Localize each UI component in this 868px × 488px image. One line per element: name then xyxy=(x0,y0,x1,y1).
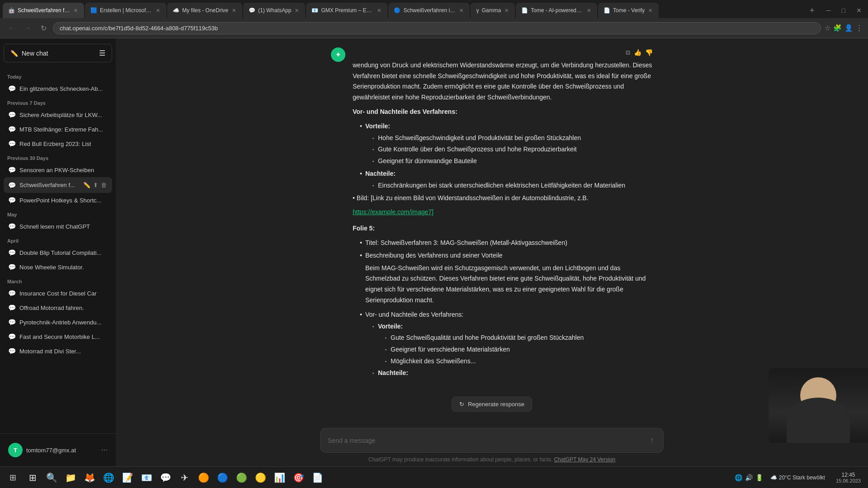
tab-label-t9: Tome - Verify xyxy=(613,7,645,14)
address-bar[interactable] xyxy=(53,22,821,34)
sidebar-item[interactable]: 💬 Sichere Arbeitsplätze für LKW... xyxy=(4,108,112,122)
copy-icon[interactable]: ⧉ xyxy=(626,47,630,58)
taskbar-icon-outlook[interactable]: 📧 xyxy=(137,469,156,487)
delete-icon[interactable]: 🗑 xyxy=(100,181,108,189)
taskbar-icon-app3[interactable]: 🟢 xyxy=(232,469,250,487)
tab-close-t5[interactable]: ✕ xyxy=(376,7,382,14)
share-icon[interactable]: ⬆ xyxy=(92,181,99,189)
volume-icon[interactable]: 🔊 xyxy=(745,474,753,481)
back-button[interactable]: ← xyxy=(5,22,18,34)
taskbar-icon-app5[interactable]: 🎯 xyxy=(289,469,307,487)
thumbs-up-icon[interactable]: 👍 xyxy=(634,47,642,58)
network-icon[interactable]: 🌐 xyxy=(735,474,742,481)
video-person xyxy=(769,368,868,443)
clock[interactable]: 12:45 15.06.2023 xyxy=(832,472,864,483)
minimize-button[interactable]: ─ xyxy=(823,5,835,16)
taskbar-icon-chrome[interactable]: 🌐 xyxy=(99,469,118,487)
sidebar-item[interactable]: 💬 Fast and Secure Motorbike L... xyxy=(4,329,112,344)
taskbar-icon-teams[interactable]: 💬 xyxy=(156,469,175,487)
forward-button[interactable]: → xyxy=(22,22,34,34)
tab-t2[interactable]: 🟦 Erstellen | Microsoft 3... ✕ xyxy=(85,3,166,18)
bookmark-icon[interactable]: ☆ xyxy=(825,24,830,32)
input-box: ↑ xyxy=(320,428,664,453)
sidebar-item[interactable]: 💬 Red Bull Erzberg 2023: List xyxy=(4,136,112,151)
folie5-nachteile-label-item: Nachteile: xyxy=(373,368,653,379)
taskbar-icon-word2[interactable]: 📄 xyxy=(308,469,326,487)
taskbar-icon-file-explorer[interactable]: 📁 xyxy=(61,469,80,487)
send-button[interactable]: ↑ xyxy=(648,434,656,447)
taskbar-icon-search[interactable]: 🔍 xyxy=(42,469,61,487)
sidebar-item[interactable]: 💬 MTB Steilhänge: Extreme Fah... xyxy=(4,122,112,136)
bild-text: • Bild: [Link zu einem Bild von Widersta… xyxy=(353,193,653,204)
sidebar-item[interactable]: 💬 PowerPoint Hotkeys & Shortc... xyxy=(4,193,112,207)
sidebar-item[interactable]: 💬 Insurance Cost for Diesel Car xyxy=(4,286,112,300)
reload-button[interactable]: ↻ xyxy=(38,22,49,34)
sidebar-item[interactable]: 💬 Ein glitzerndes Schnecken-Ab... xyxy=(4,81,112,96)
tab-close-t7[interactable]: ✕ xyxy=(504,7,509,14)
sidebar-item[interactable]: 💬 Offroad Motorrad fahren. xyxy=(4,300,112,315)
tab-t4[interactable]: 💬 (1) WhatsApp ✕ xyxy=(243,3,305,18)
taskbar-icon-windows-start[interactable]: ⊞ xyxy=(24,469,42,487)
new-chat-button[interactable]: ✏️ New chat ☰ xyxy=(4,44,112,62)
tab-close-t1[interactable]: ✕ xyxy=(73,7,79,14)
taskbar-icon-app4[interactable]: 🟡 xyxy=(251,469,269,487)
tab-close-t3[interactable]: ✕ xyxy=(231,7,237,14)
sidebar-item[interactable]: 💬 Schweißverfahren f... ✏️ ⬆ 🗑 xyxy=(4,177,112,193)
tab-t8[interactable]: 📄 Tome - AI-powered s... ✕ xyxy=(516,3,597,18)
taskbar-icon-app1[interactable]: 🟠 xyxy=(194,469,212,487)
excel-icon: 📊 xyxy=(274,472,285,483)
tab-t7[interactable]: γ Gamma ✕ xyxy=(471,3,515,18)
chat-messages[interactable]: ✦ ⧉ 👍 👎 wendung von Druck und elektrisch… xyxy=(116,38,868,422)
regenerate-label: Regenerate response xyxy=(468,401,524,408)
sidebar-item[interactable]: 💬 Motorrad mit Divi Ster... xyxy=(4,344,112,358)
tab-close-t4[interactable]: ✕ xyxy=(294,7,300,14)
taskbar-icons: ⊞🔍📁🦊🌐📝📧💬✈🟠🔵🟢🟡📊🎯📄 xyxy=(24,469,733,487)
start-button[interactable]: ⊞ xyxy=(4,469,22,487)
tab-close-t9[interactable]: ✕ xyxy=(647,7,653,14)
tab-t1[interactable]: 🤖 Schweißverfahren fü... ✕ xyxy=(3,3,84,18)
user-menu-icon[interactable]: ⋯ xyxy=(101,446,108,454)
user-email: tomtom77@gmx.at xyxy=(26,447,98,454)
user-row[interactable]: T tomtom77@gmx.at ⋯ xyxy=(4,439,112,461)
windows-start-icon: ⊞ xyxy=(29,472,37,483)
tab-t5[interactable]: 📧 GMX Premium – E-M... ✕ xyxy=(306,3,387,18)
taskbar-icon-excel[interactable]: 📊 xyxy=(270,469,288,487)
maximize-button[interactable]: □ xyxy=(838,5,849,16)
tab-close-t6[interactable]: ✕ xyxy=(458,7,464,14)
profile-icon[interactable]: 👤 xyxy=(844,24,853,32)
tab-close-t8[interactable]: ✕ xyxy=(586,7,592,14)
sidebar-toggle-icon[interactable]: ☰ xyxy=(99,49,105,57)
taskbar-icon-word[interactable]: 📝 xyxy=(118,469,137,487)
sidebar-item-text: Red Bull Erzberg 2023: List xyxy=(19,141,108,147)
edit-icon[interactable]: ✏️ xyxy=(82,181,91,189)
taskbar-icon-app2[interactable]: 🔵 xyxy=(213,469,231,487)
weather-widget[interactable]: ☁️ 20°C Stark bewölkt xyxy=(767,473,829,483)
battery-icon[interactable]: 🔋 xyxy=(755,474,763,481)
new-tab-button[interactable]: + xyxy=(806,4,818,17)
close-button[interactable]: ✕ xyxy=(853,5,865,16)
sidebar-item[interactable]: 💬 Pyrotechnik-Antrieb Anwendu... xyxy=(4,315,112,329)
tab-t6[interactable]: 🔵 Schweißverfahren in... ✕ xyxy=(388,3,470,18)
new-chat-icon: ✏️ xyxy=(10,50,18,57)
tab-t9[interactable]: 📄 Tome - Verify ✕ xyxy=(598,3,659,18)
settings-icon[interactable]: ⋮ xyxy=(856,24,863,32)
sidebar-item[interactable]: 💬 Schnell lesen mit ChatGPT xyxy=(4,219,112,234)
thumbs-down-icon[interactable]: 👎 xyxy=(645,47,653,58)
regenerate-button[interactable]: ↻ Regenerate response xyxy=(452,397,532,412)
sidebar-item[interactable]: 💬 Sensoren an PKW-Scheiben xyxy=(4,163,112,177)
folie5-vorteile-list: Gute Schweißqualität und hohe Produktivi… xyxy=(378,333,653,366)
tab-label-t4: (1) WhatsApp xyxy=(258,7,291,14)
tab-close-t2[interactable]: ✕ xyxy=(155,7,161,14)
outlook-icon: 📧 xyxy=(141,472,152,483)
sidebar-scroll[interactable]: Today 💬 Ein glitzerndes Schnecken-Ab... … xyxy=(0,68,116,433)
sidebar-item-text: Sensoren an PKW-Scheiben xyxy=(19,167,108,174)
bild-link[interactable]: https://example.com/image7] xyxy=(353,207,653,218)
taskbar-icon-telegram[interactable]: ✈ xyxy=(175,469,193,487)
sidebar-item[interactable]: 💬 Double Blip Tutorial Compilati... xyxy=(4,245,112,260)
message-input[interactable] xyxy=(328,437,645,444)
sidebar-item[interactable]: 💬 Nose Wheelie Simulator. xyxy=(4,260,112,274)
tab-t3[interactable]: ☁️ My files - OneDrive ✕ xyxy=(167,3,242,18)
disclaimer-link[interactable]: ChatGPT May 24 Version xyxy=(554,456,615,463)
taskbar-icon-firefox[interactable]: 🦊 xyxy=(80,469,99,487)
extension-icon[interactable]: 🧩 xyxy=(833,24,842,32)
